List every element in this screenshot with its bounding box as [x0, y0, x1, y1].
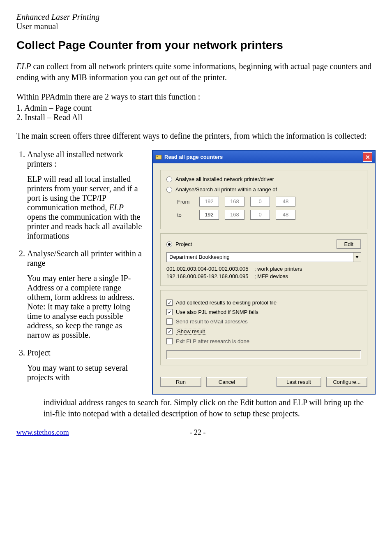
intro-rest: can collect from all network printers qu…: [16, 62, 371, 82]
item1-body: ELP will read all local installed printe…: [27, 174, 144, 241]
item1-title: Analyse all installed network printers :: [27, 150, 123, 168]
chk2-label: Use also PJL method if SNMP fails: [176, 309, 258, 315]
dialog-button-row: Run Cancel Last result Configure...: [160, 377, 367, 387]
doc-header-title: Enhanced Laser Printing: [16, 12, 376, 22]
radio-project[interactable]: Project: [166, 241, 192, 247]
doc-header-subtitle: User manual: [16, 22, 376, 31]
checkbox-icon: [166, 309, 173, 315]
run-button[interactable]: Run: [160, 377, 201, 387]
svg-marker-2: [355, 256, 359, 258]
page-heading: Collect Page Counter from your network p…: [16, 39, 376, 52]
checkbox-icon: [166, 318, 173, 325]
cancel-button[interactable]: Cancel: [206, 377, 247, 387]
group-analyse-modes: Analyse all installed network printer/dr…: [160, 170, 367, 229]
close-button[interactable]: ✕: [363, 152, 372, 162]
item2-title: Analyse/Search all printer within a rang…: [27, 249, 142, 267]
footer-page-number: - 22 -: [189, 428, 205, 437]
to-ip-c[interactable]: 0: [250, 210, 270, 220]
ip-row-from: From 192 168 0 48: [177, 197, 361, 207]
chk3-label: Send result to eMail adress/es: [176, 318, 248, 325]
radio-analyse-installed[interactable]: Analyse all installed network printer/dr…: [166, 176, 361, 182]
to-label: to: [177, 212, 194, 218]
way-1: 1. Admin – Page count: [16, 103, 376, 113]
within-paragraph: Within PPAdmin there are 2 ways to start…: [16, 91, 376, 102]
chk-use-pjl[interactable]: Use also PJL method if SNMP fails: [166, 309, 361, 315]
item3-body1: You may want to setup several projects w…: [27, 363, 144, 382]
status-bar: [166, 350, 361, 359]
chevron-down-icon: [353, 253, 361, 262]
item1-body-em: ELP: [109, 203, 124, 212]
way-2: 2. Install – Read All: [16, 113, 376, 122]
ip-row-to: to 192 168 0 48: [177, 210, 361, 220]
dialog-titlebar[interactable]: Read all page counters ✕: [153, 151, 375, 163]
item3-title: Project: [27, 348, 51, 357]
chk-send-email[interactable]: Send result to eMail adress/es: [166, 318, 361, 325]
project-details: 001.002.003.004-001.002.003.005 ; work p…: [166, 265, 361, 280]
radio-analyse-range[interactable]: Analyse/Search all printer within a rang…: [166, 186, 361, 193]
from-label: From: [177, 199, 194, 205]
project-line-2: 192.168.000.095-192.168.000.095 ; MFP de…: [166, 273, 361, 280]
radio-icon: [166, 176, 172, 182]
list-item-3: Project You may want to setup several pr…: [27, 348, 144, 382]
item1-body-c: opens the communication with the printer…: [27, 212, 142, 240]
from-ip-b[interactable]: 168: [225, 197, 244, 207]
radio-icon: [166, 187, 172, 193]
item2-body1: You may enter here a single IP-Address o…: [27, 274, 144, 302]
chk-show-result[interactable]: Show result: [166, 328, 361, 335]
from-ip-d[interactable]: 48: [276, 197, 295, 207]
configure-button[interactable]: Configure...: [326, 377, 367, 387]
radio2-label: Analyse/Search all printer within a rang…: [175, 186, 277, 193]
project-combobox[interactable]: Department Bookkeeping: [166, 252, 361, 262]
svg-rect-1: [157, 156, 158, 157]
list-item-1: Analyse all installed network printers :…: [27, 150, 144, 241]
from-ip-c[interactable]: 0: [250, 197, 270, 207]
footer-link[interactable]: www.stethos.com: [16, 428, 69, 437]
project-line-1: 001.002.003.004-001.002.003.005 ; work p…: [166, 265, 361, 273]
checkbox-icon: [166, 338, 173, 344]
intro-paragraph: ELP can collect from all network printer…: [16, 61, 376, 83]
checkbox-icon: [166, 328, 173, 334]
dialog-read-page-counters: Read all page counters ✕ Analyse all ins…: [152, 150, 376, 395]
combo-selected: Department Bookkeeping: [167, 253, 353, 262]
chk-exit-after[interactable]: Exit ELP after research is done: [166, 338, 361, 344]
list-item-2: Analyse/Search all printer within a rang…: [27, 249, 144, 340]
group-project: Project Edit Department Bookkeeping 001.…: [160, 233, 367, 286]
item2-body2: Note: It may take a pretty loing time to…: [27, 302, 144, 340]
radio1-label: Analyse all installed network printer/dr…: [175, 176, 274, 182]
from-ip-a[interactable]: 192: [199, 197, 219, 207]
chk1-label: Add collected results to existing protco…: [176, 300, 277, 306]
mainscreen-paragraph: The main screen offers three different w…: [16, 130, 376, 142]
last-result-button[interactable]: Last result: [276, 377, 321, 387]
to-ip-b[interactable]: 168: [225, 210, 244, 220]
radio3-label: Project: [175, 241, 192, 247]
dialog-title: Read all page counters: [164, 154, 223, 160]
to-ip-d[interactable]: 48: [276, 210, 295, 220]
page-footer: www.stethos.com - 22 -: [16, 428, 376, 437]
chk5-label: Exit ELP after research is done: [176, 338, 249, 344]
checkbox-icon: [166, 300, 173, 306]
to-ip-a[interactable]: 192: [199, 210, 219, 220]
intro-em: ELP: [16, 62, 31, 71]
radio-icon: [166, 242, 172, 247]
close-icon: ✕: [365, 154, 370, 160]
group-options: Add collected results to existing protco…: [160, 290, 367, 365]
edit-button[interactable]: Edit: [337, 239, 361, 249]
dialog-app-icon: [155, 154, 162, 160]
svg-rect-0: [156, 155, 161, 159]
chk-add-collected[interactable]: Add collected results to existing protco…: [166, 300, 361, 306]
after-paragraph: individual address ranges to search for.…: [44, 397, 376, 419]
chk4-label: Show result: [176, 328, 206, 335]
